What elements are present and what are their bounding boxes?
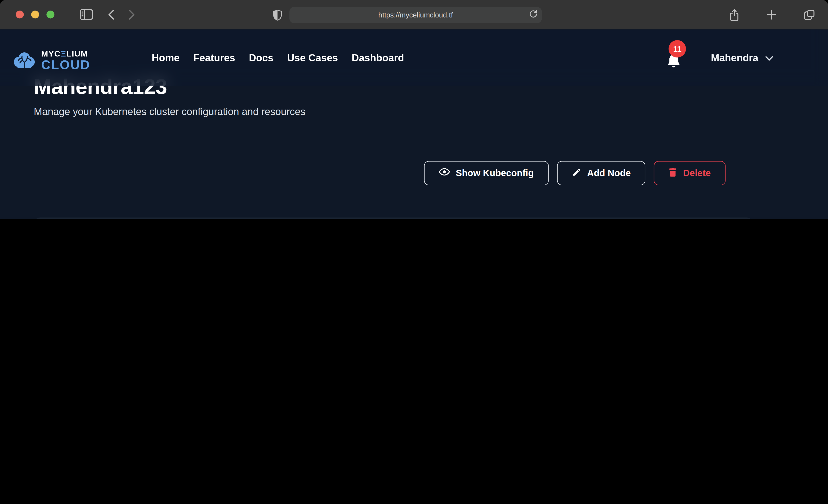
delete-cluster-button[interactable]: Delete bbox=[654, 161, 726, 185]
user-menu[interactable]: Mahendra bbox=[711, 52, 773, 64]
chevron-down-icon bbox=[765, 52, 773, 64]
mycelium-cloud-logo[interactable]: MYCΞLIUM CLOUD bbox=[13, 49, 90, 71]
trash-icon bbox=[669, 167, 677, 179]
logo-line2: CLOUD bbox=[41, 59, 90, 72]
main-nav: Home Features Docs Use Cases Dashboard bbox=[152, 52, 404, 64]
forward-icon[interactable] bbox=[128, 9, 135, 20]
privacy-shield-icon[interactable] bbox=[273, 9, 282, 20]
nav-link[interactable]: Features bbox=[193, 52, 235, 64]
zoom-window-button[interactable] bbox=[46, 10, 54, 18]
browser-window: https://myceliumcloud.tf bbox=[0, 0, 828, 219]
sidebar-toggle-icon[interactable] bbox=[80, 9, 93, 20]
pencil-icon bbox=[572, 167, 581, 179]
user-name: Mahendra bbox=[711, 52, 758, 64]
back-icon[interactable] bbox=[108, 9, 115, 20]
window-controls bbox=[16, 10, 54, 18]
reload-icon[interactable] bbox=[529, 9, 537, 18]
share-icon[interactable] bbox=[729, 8, 740, 22]
address-bar[interactable]: https://myceliumcloud.tf bbox=[289, 7, 542, 23]
browser-chrome: https://myceliumcloud.tf bbox=[0, 0, 828, 30]
nav-link[interactable]: Home bbox=[152, 52, 179, 64]
site-navbar: MYCΞLIUM CLOUD Home Features Docs Use Ca… bbox=[0, 30, 828, 86]
logo-line1: MYCΞLIUM bbox=[41, 49, 90, 58]
eye-icon bbox=[439, 167, 450, 179]
cluster-actions: Show Kubeconfig Add Node bbox=[34, 161, 753, 185]
page-body: Mahendra123 Manage your Kubernetes clust… bbox=[0, 30, 828, 219]
nav-link[interactable]: Dashboard bbox=[351, 52, 404, 64]
new-tab-icon[interactable] bbox=[766, 9, 777, 20]
cloud-logo-icon bbox=[13, 50, 36, 70]
nav-link[interactable]: Docs bbox=[249, 52, 274, 64]
tab-overview-icon[interactable] bbox=[803, 9, 815, 21]
notifications-bell-icon[interactable]: 11 bbox=[667, 53, 681, 69]
nav-link[interactable]: Use Cases bbox=[287, 52, 338, 64]
add-node-button[interactable]: Add Node bbox=[557, 161, 646, 185]
screen: https://myceliumcloud.tf bbox=[0, 0, 828, 219]
cluster-info: Project Name Mahendra123 CPU 4 Created 1… bbox=[34, 217, 753, 219]
show-kubeconfig-button[interactable]: Show Kubeconfig bbox=[424, 161, 548, 185]
minimize-window-button[interactable] bbox=[31, 10, 39, 18]
notification-count-badge: 11 bbox=[669, 40, 686, 57]
page-subtitle: Manage your Kubernetes cluster configura… bbox=[34, 106, 753, 118]
close-window-button[interactable] bbox=[16, 10, 24, 18]
url-text: https://myceliumcloud.tf bbox=[378, 11, 453, 18]
cluster-details-card: Project Name Mahendra123 CPU 4 Created 1… bbox=[34, 217, 753, 219]
